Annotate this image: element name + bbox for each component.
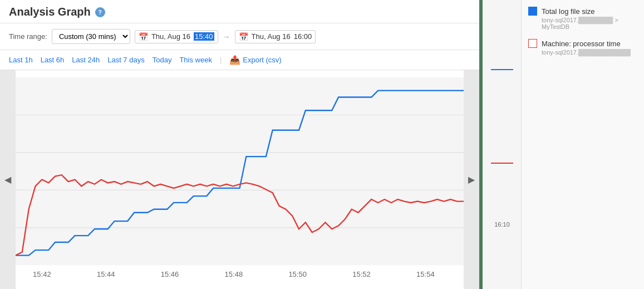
quick-link-today[interactable]: Today <box>153 56 172 64</box>
svg-text:15:46: 15:46 <box>161 270 179 278</box>
end-time: 16:00 <box>294 32 312 41</box>
legend-sub-total-log: tony-sql2017.████████ > MyTestDB <box>542 17 637 30</box>
legend-header-total-log: Total log file size <box>528 7 637 16</box>
svg-text:15:52: 15:52 <box>352 270 371 278</box>
legend-color-processor <box>528 39 537 48</box>
main-panel: Analysis Graph ? Time range: Custom (30 … <box>0 0 483 289</box>
export-icon: 📤 <box>229 55 240 65</box>
datetime-start-group: 📅 Thu, Aug 16 15:40 <box>135 30 218 43</box>
svg-text:15:54: 15:54 <box>416 270 435 278</box>
legend-color-total-log <box>528 7 537 16</box>
datetime-start-box[interactable]: 📅 Thu, Aug 16 15:40 <box>135 30 218 43</box>
quick-link-last24h[interactable]: Last 24h <box>72 56 100 64</box>
svg-text:15:50: 15:50 <box>288 270 307 278</box>
datetime-end-box[interactable]: 📅 Thu, Aug 16 16:00 <box>235 30 316 43</box>
quick-link-thisweek[interactable]: This week <box>179 56 212 64</box>
svg-rect-12 <box>485 58 519 217</box>
arrow-icon: → <box>223 32 230 41</box>
legend-item-processor: Machine: processor time tony-sql2017.███… <box>528 39 637 56</box>
header: Analysis Graph ? <box>0 0 479 23</box>
sidebar-legend: Total log file size tony-sql2017.███████… <box>522 0 644 289</box>
start-date: Thu, Aug 16 <box>151 32 190 41</box>
end-date: Thu, Aug 16 <box>252 32 291 41</box>
help-icon[interactable]: ? <box>95 7 105 17</box>
legend-item-total-log: Total log file size tony-sql2017.███████… <box>528 7 637 30</box>
legend-label-total-log: Total log file size <box>542 7 594 16</box>
calendar-end-icon: 📅 <box>239 32 248 41</box>
quick-link-last6h[interactable]: Last 6h <box>41 56 65 64</box>
quick-link-last1h[interactable]: Last 1h <box>9 56 33 64</box>
start-time[interactable]: 15:40 <box>194 32 214 41</box>
mini-chart-panel: 16:10 <box>483 0 522 289</box>
time-range-select[interactable]: Custom (30 mins) <box>52 29 130 44</box>
page-wrapper: Analysis Graph ? Time range: Custom (30 … <box>0 0 644 289</box>
separator: | <box>220 56 222 64</box>
chart-nav-left[interactable]: ◀ <box>0 70 16 289</box>
svg-rect-16 <box>528 7 537 16</box>
toolbar: Time range: Custom (30 mins) 📅 Thu, Aug … <box>0 23 479 50</box>
datetime-end-group: 📅 Thu, Aug 16 16:00 <box>235 30 316 43</box>
chart-canvas: 15:42 15:44 15:46 15:48 15:50 15:52 15:5… <box>16 70 464 289</box>
legend-sub-processor: tony-sql2017.████████████ <box>542 49 637 56</box>
quick-link-last7days[interactable]: Last 7 days <box>107 56 145 64</box>
svg-rect-17 <box>528 39 537 48</box>
calendar-start-icon: 📅 <box>139 32 148 41</box>
svg-text:15:44: 15:44 <box>97 270 115 278</box>
page-title: Analysis Graph <box>9 6 91 18</box>
chart-area: ◀ 15:42 15:44 15: <box>0 70 479 289</box>
quick-links-bar: Last 1h Last 6h Last 24h Last 7 days Tod… <box>0 50 479 70</box>
chart-nav-right[interactable]: ▶ <box>464 70 479 289</box>
legend-label-processor: Machine: processor time <box>542 40 621 48</box>
export-csv-link[interactable]: 📤 Export (csv) <box>229 55 281 65</box>
svg-text:15:48: 15:48 <box>225 270 243 278</box>
export-label: Export (csv) <box>243 56 281 64</box>
mini-chart-svg: 16:10 <box>485 58 519 231</box>
legend-header-processor: Machine: processor time <box>528 39 637 48</box>
chart-svg: 15:42 15:44 15:46 15:48 15:50 15:52 15:5… <box>16 70 464 289</box>
svg-rect-0 <box>16 77 464 265</box>
svg-text:15:42: 15:42 <box>33 270 51 278</box>
svg-text:16:10: 16:10 <box>494 221 510 228</box>
time-range-label: Time range: <box>9 32 47 41</box>
